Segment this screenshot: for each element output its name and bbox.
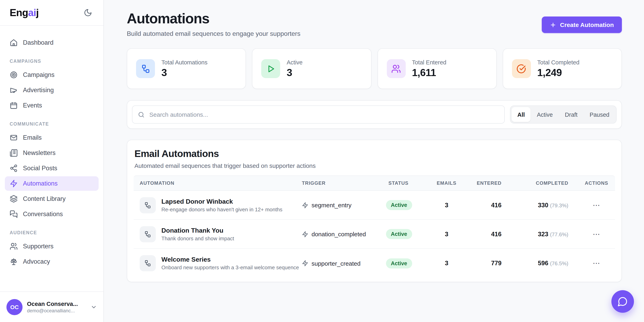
- megaphone-icon: [10, 86, 18, 94]
- sidebar-item-label: Dashboard: [23, 39, 54, 46]
- section-label-communicate: COMMUNICATE: [5, 122, 98, 126]
- calendar-icon: [10, 102, 18, 110]
- layers-icon: [10, 195, 18, 203]
- sidebar-item-newsletters[interactable]: Newsletters: [5, 146, 98, 160]
- sidebar-item-conversations[interactable]: Conversations: [5, 207, 98, 222]
- filter-paused[interactable]: Paused: [584, 107, 615, 122]
- newspaper-icon: [10, 149, 18, 157]
- stat-card-active: Active 3: [252, 48, 372, 89]
- sidebar-item-events[interactable]: Events: [5, 98, 98, 113]
- user-profile[interactable]: OC Ocean Conserva... demo@oceanallianc..…: [0, 292, 104, 322]
- share-icon: [10, 164, 18, 172]
- entered-count: 416: [464, 202, 509, 209]
- col-header-actions: ACTIONS: [578, 180, 615, 186]
- emails-count: 3: [430, 260, 464, 267]
- chevron-down-icon[interactable]: [90, 304, 97, 310]
- automation-name: Welcome Series: [162, 256, 299, 263]
- sidebar-item-label: Newsletters: [23, 149, 56, 156]
- sidebar-item-campaigns[interactable]: Campaigns: [5, 68, 98, 82]
- plus-icon: [550, 22, 556, 28]
- stats-row: Total Automations 3 Active 3 Total Ent: [127, 48, 622, 89]
- users-icon: [386, 59, 406, 78]
- completed-count: 323: [538, 230, 548, 237]
- stat-value: 3: [287, 66, 303, 78]
- create-automation-button[interactable]: Create Automation: [542, 16, 622, 33]
- filter-active[interactable]: Active: [531, 107, 558, 122]
- sidebar-item-label: Events: [23, 102, 42, 109]
- sidebar-item-automations[interactable]: Automations: [5, 176, 98, 191]
- automation-description: Onboard new supporters with a 3-email we…: [162, 264, 299, 270]
- filter-group: All Active Draft Paused: [510, 106, 617, 124]
- chat-fab-button[interactable]: [612, 290, 634, 313]
- section-label-campaigns: CAMPAIGNS: [5, 59, 98, 64]
- sidebar-item-label: Supporters: [23, 243, 54, 250]
- user-meta: Ocean Conserva... demo@oceanallianc...: [27, 300, 86, 313]
- col-header-entered: ENTERED: [464, 180, 509, 186]
- completed-percent: (76.5%): [550, 260, 568, 266]
- entered-count: 779: [464, 260, 509, 267]
- zap-icon: [302, 202, 308, 208]
- user-name: Ocean Conserva...: [27, 300, 86, 307]
- col-header-trigger: TRIGGER: [300, 180, 386, 186]
- zap-icon: [302, 231, 308, 237]
- workflow-icon: [140, 255, 156, 271]
- zap-icon: [10, 180, 18, 188]
- table-row[interactable]: Welcome Series Onboard new supporters wi…: [134, 249, 615, 278]
- emails-count: 3: [430, 230, 464, 238]
- sidebar-item-emails[interactable]: Emails: [5, 130, 98, 145]
- completed-count: 330: [538, 202, 548, 208]
- sidebar-item-label: Social Posts: [23, 164, 57, 172]
- sidebar-header: Engaij: [0, 0, 104, 26]
- sidebar-item-dashboard[interactable]: Dashboard: [5, 36, 98, 50]
- sidebar-item-content-library[interactable]: Content Library: [5, 192, 98, 206]
- filter-all[interactable]: All: [512, 107, 530, 122]
- moon-icon: [84, 8, 92, 17]
- sidebar-item-label: Emails: [23, 134, 42, 141]
- trigger-name: supporter_created: [312, 260, 361, 267]
- emails-count: 3: [430, 202, 464, 209]
- completed-count: 596: [538, 260, 548, 266]
- row-actions-button[interactable]: ⋯: [593, 201, 600, 210]
- sidebar-item-label: Automations: [23, 180, 58, 187]
- stat-value: 1,249: [537, 66, 580, 78]
- brand-logo[interactable]: Engaij: [10, 7, 39, 18]
- sidebar-item-label: Conversations: [23, 210, 63, 218]
- stat-card-total-automations: Total Automations 3: [127, 48, 246, 89]
- dark-mode-toggle[interactable]: [83, 8, 93, 18]
- sidebar-nav: Dashboard CAMPAIGNS Campaigns Advertisin…: [0, 26, 104, 292]
- workflow-icon: [140, 226, 156, 242]
- automation-name: Donation Thank You: [162, 227, 234, 234]
- page-header: Automations Build automated email sequen…: [127, 10, 622, 38]
- stat-value: 3: [162, 66, 208, 78]
- col-header-automation: AUTOMATION: [134, 180, 300, 186]
- target-icon: [10, 71, 18, 79]
- sidebar-item-social-posts[interactable]: Social Posts: [5, 161, 98, 176]
- row-actions-button[interactable]: ⋯: [593, 259, 600, 268]
- completed-percent: (77.6%): [550, 231, 568, 237]
- trigger-name: donation_completed: [312, 231, 366, 238]
- sidebar: Engaij Dashboard CAMPAIGNS Campaigns: [0, 0, 104, 322]
- status-badge: Active: [386, 200, 412, 210]
- zap-icon: [302, 260, 308, 266]
- workflow-icon: [140, 197, 156, 213]
- automations-table: AUTOMATION TRIGGER STATUS EMAILS ENTERED…: [134, 176, 615, 278]
- sidebar-item-supporters[interactable]: Supporters: [5, 239, 98, 254]
- table-row[interactable]: Lapsed Donor Winback Re-engage donors wh…: [134, 191, 615, 220]
- sidebar-item-advertising[interactable]: Advertising: [5, 83, 98, 98]
- stat-label: Total Entered: [412, 59, 446, 66]
- table-row[interactable]: Donation Thank You Thank donors and show…: [134, 220, 615, 249]
- page-subtitle: Build automated email sequences to engag…: [127, 30, 300, 38]
- search-icon: [138, 111, 145, 118]
- trigger-name: segment_entry: [312, 202, 352, 208]
- search-input[interactable]: [132, 106, 505, 124]
- app-root: Engaij Dashboard CAMPAIGNS Campaigns: [0, 0, 644, 322]
- table-subtitle: Automated email sequences that trigger b…: [134, 162, 615, 169]
- filter-draft[interactable]: Draft: [559, 107, 583, 122]
- workflow-icon: [136, 59, 155, 78]
- automation-name: Lapsed Donor Winback: [162, 198, 282, 205]
- automation-description: Re-engage donors who haven't given in 12…: [162, 206, 282, 212]
- sidebar-item-label: Advertising: [23, 86, 54, 94]
- row-actions-button[interactable]: ⋯: [593, 230, 600, 238]
- create-automation-label: Create Automation: [560, 21, 614, 28]
- sidebar-item-advocacy[interactable]: Advocacy: [5, 254, 98, 269]
